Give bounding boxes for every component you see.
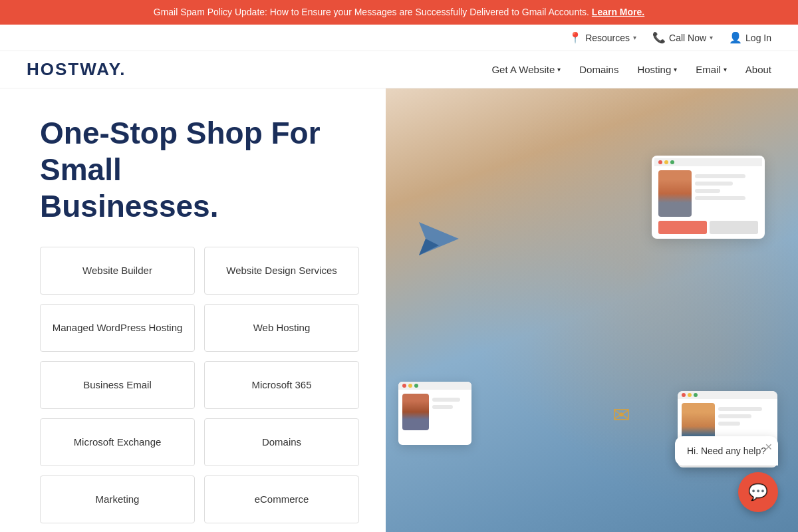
card-bl-content [398, 390, 471, 434]
card-bl-lines [432, 394, 467, 430]
user-icon: 👤 [729, 31, 742, 44]
get-website-chevron-icon: ▾ [557, 66, 561, 73]
chat-icon: 💬 [748, 483, 768, 501]
service-website-builder[interactable]: Website Builder [40, 247, 195, 295]
dot-green [670, 160, 674, 164]
card-bl-line-2 [432, 405, 454, 409]
nav-hosting[interactable]: Hosting ▾ [637, 64, 677, 75]
dot-red [658, 160, 662, 164]
chat-bubble: ✕ Hi. Need any help? [675, 436, 778, 466]
chat-widget-button[interactable]: 💬 [738, 472, 778, 512]
resources-menu[interactable]: 📍 Resources ▾ [569, 31, 636, 44]
resources-label: Resources [585, 33, 630, 43]
service-web-hosting[interactable]: Web Hosting [204, 304, 359, 352]
content-area: One-Stop Shop For Small Businesses. Webs… [0, 88, 798, 532]
nav-email[interactable]: Email ▾ [696, 64, 727, 75]
dot-green-bl [414, 384, 418, 388]
call-now-label: Call Now [669, 33, 706, 43]
hosting-chevron-icon: ▾ [674, 66, 677, 73]
service-domains[interactable]: Domains [204, 418, 359, 466]
left-panel: One-Stop Shop For Small Businesses. Webs… [0, 88, 386, 532]
dot-red-br [682, 393, 686, 397]
chat-bubble-text: Hi. Need any help? [687, 446, 766, 456]
card-text-lines [695, 170, 758, 217]
card-br-line-2 [718, 414, 751, 418]
paper-plane-icon [419, 222, 459, 258]
card-br-line-1 [718, 407, 762, 411]
login-button[interactable]: 👤 Log In [729, 31, 771, 44]
card-content [654, 166, 762, 221]
envelope-icon: ✉ [612, 402, 630, 428]
call-now-button[interactable]: 📞 Call Now ▾ [652, 31, 713, 44]
resources-icon: 📍 [569, 31, 582, 44]
dot-yellow-br [688, 393, 692, 397]
hero-title-line1: One-Stop Shop For Small [40, 116, 321, 187]
nav-get-a-website-label: Get A Website [491, 64, 555, 75]
card-bl-dots [398, 382, 471, 390]
card-line-3 [695, 189, 720, 193]
call-chevron-icon: ▾ [710, 34, 713, 41]
card-bl-line-1 [432, 398, 460, 402]
dot-green-br [694, 393, 698, 397]
nav-domains-label: Domains [579, 64, 618, 75]
nav-get-a-website[interactable]: Get A Website ▾ [491, 64, 561, 75]
resources-chevron-icon: ▾ [633, 34, 636, 41]
hero-title: One-Stop Shop For Small Businesses. [40, 115, 359, 225]
login-label: Log In [745, 33, 771, 43]
service-ecommerce[interactable]: eCommerce [204, 475, 359, 523]
card-avatar [658, 170, 692, 217]
card-bl-avatar [402, 394, 429, 430]
nav-about[interactable]: About [745, 64, 771, 75]
services-grid: Website Builder Website Design Services … [40, 247, 359, 523]
phone-icon: 📞 [652, 31, 666, 44]
dot-red-bl [402, 384, 406, 388]
main-nav-links: Get A Website ▾ Domains Hosting ▾ Email … [491, 64, 771, 75]
service-business-email[interactable]: Business Email [40, 361, 195, 409]
card-line-1 [695, 174, 745, 178]
card-br-dots [678, 391, 777, 399]
card-header-dots [654, 158, 762, 166]
email-chevron-icon: ▾ [724, 66, 727, 73]
service-marketing[interactable]: Marketing [40, 475, 195, 523]
logo-dot: . [120, 59, 126, 79]
hero-title-line2: Businesses. [40, 189, 218, 223]
nav-about-label: About [745, 64, 771, 75]
card-line-2 [695, 182, 733, 186]
chat-close-icon[interactable]: ✕ [765, 442, 773, 452]
service-managed-wordpress[interactable]: Managed WordPress Hosting [40, 304, 195, 352]
banner-link[interactable]: Learn More. [592, 7, 644, 17]
nav-email-label: Email [696, 64, 721, 75]
float-card-bottom-left [398, 382, 471, 445]
main-navigation: HOSTWAY. Get A Website ▾ Domains Hosting… [0, 51, 798, 88]
nav-hosting-label: Hosting [637, 64, 671, 75]
service-microsoft-exchange[interactable]: Microsoft Exchange [40, 418, 195, 466]
dot-yellow-bl [408, 384, 412, 388]
banner-text: Gmail Spam Policy Update: How to Ensure … [154, 7, 589, 17]
card-line-4 [695, 196, 745, 200]
secondary-navigation: 📍 Resources ▾ 📞 Call Now ▾ 👤 Log In [0, 25, 798, 51]
service-microsoft-365[interactable]: Microsoft 365 [204, 361, 359, 409]
service-website-design[interactable]: Website Design Services [204, 247, 359, 295]
nav-domains[interactable]: Domains [579, 64, 618, 75]
card-br-line-3 [718, 422, 740, 426]
announcement-banner: Gmail Spam Policy Update: How to Ensure … [0, 0, 798, 25]
dot-yellow [664, 160, 668, 164]
logo[interactable]: HOSTWAY. [27, 59, 126, 80]
float-card-top-right [652, 156, 765, 239]
